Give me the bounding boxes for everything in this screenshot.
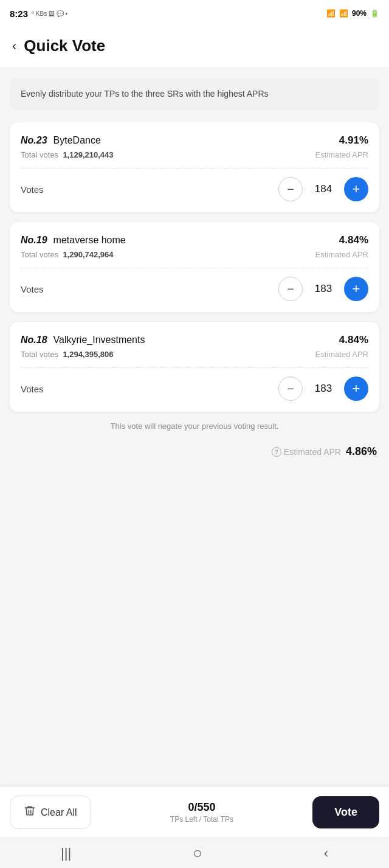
sr-votes-row-1: Votes − 184 + xyxy=(21,177,368,201)
sr-meta-1: Total votes 1,129,210,443 Estimated APR xyxy=(21,150,368,159)
votes-control-1: − 184 + xyxy=(278,177,368,201)
sr-card-2: No.19 metaverse home 4.84% Total votes 1… xyxy=(10,222,379,312)
sr-name-row-2: No.19 metaverse home xyxy=(21,235,126,246)
sr-total-votes-1: Total votes 1,129,210,443 xyxy=(21,150,114,159)
votes-control-2: − 183 + xyxy=(278,277,368,301)
nav-back-icon[interactable]: ‹ xyxy=(324,845,328,861)
sr-card-1-header: No.23 ByteDance 4.91% xyxy=(21,134,368,147)
plus-button-1[interactable]: + xyxy=(344,177,368,201)
plus-button-2[interactable]: + xyxy=(344,277,368,301)
sr-number-2: No.19 xyxy=(21,235,47,246)
status-time: 8:23 ⁰ KBs 🖼 💬 • xyxy=(10,9,67,19)
nav-menu-icon[interactable]: ||| xyxy=(61,845,71,861)
sr-card-1: No.23 ByteDance 4.91% Total votes 1,129,… xyxy=(10,122,379,212)
votes-label-3: Votes xyxy=(21,384,44,394)
back-button[interactable]: ‹ xyxy=(12,40,16,53)
sr-name-1: ByteDance xyxy=(53,135,101,146)
page-title: Quick Vote xyxy=(24,36,105,55)
nav-bar: ||| ○ ‹ xyxy=(0,838,389,868)
sr-total-votes-3: Total votes 1,294,395,806 xyxy=(21,350,114,359)
sr-apr-1: 4.91% xyxy=(339,134,368,147)
clear-all-button[interactable]: Clear All xyxy=(10,796,91,829)
total-votes-value-3: 1,294,395,806 xyxy=(63,350,113,359)
votes-label-1: Votes xyxy=(21,184,44,195)
time-text: 8:23 xyxy=(10,9,28,19)
clear-all-label: Clear All xyxy=(41,807,77,818)
total-votes-label-3: Total votes xyxy=(21,350,58,359)
sr-card-3: No.18 Valkyrie_Investments 4.84% Total v… xyxy=(10,322,379,412)
bottom-bar: Clear All 0/550 TPs Left / Total TPs Vot… xyxy=(0,786,389,838)
sr-meta-2: Total votes 1,290,742,964 Estimated APR xyxy=(21,250,368,259)
sr-card-2-header: No.19 metaverse home 4.84% xyxy=(21,234,368,246)
minus-button-1[interactable]: − xyxy=(278,177,303,201)
vote-count-3: 183 xyxy=(311,383,336,395)
votes-control-3: − 183 + xyxy=(278,377,368,401)
tps-info: 0/550 TPs Left / Total TPs xyxy=(98,801,306,824)
negate-notice: This vote will negate your previous voti… xyxy=(10,422,379,431)
sr-name-row-3: No.18 Valkyrie_Investments xyxy=(21,335,145,345)
sr-estimated-label-2: Estimated APR xyxy=(315,250,368,259)
info-box: Evenly distribute your TPs to the three … xyxy=(10,78,379,110)
estimated-total-value: 4.86% xyxy=(346,445,377,458)
plus-button-3[interactable]: + xyxy=(344,377,368,401)
sr-card-3-header: No.18 Valkyrie_Investments 4.84% xyxy=(21,334,368,346)
main-content: Evenly distribute your TPs to the three … xyxy=(0,68,389,592)
total-votes-label-2: Total votes xyxy=(21,250,58,259)
status-bar: 8:23 ⁰ KBs 🖼 💬 • 📶 📶 90% 🔋 xyxy=(0,0,389,27)
vote-count-2: 183 xyxy=(311,283,336,295)
sr-estimated-label-3: Estimated APR xyxy=(315,350,368,359)
sr-name-2: metaverse home xyxy=(53,235,126,246)
total-votes-label-1: Total votes xyxy=(21,150,58,159)
vote-button[interactable]: Vote xyxy=(312,796,379,828)
info-box-text: Evenly distribute your TPs to the three … xyxy=(21,89,269,99)
help-icon[interactable]: ? xyxy=(272,447,281,457)
sr-meta-3: Total votes 1,294,395,806 Estimated APR xyxy=(21,350,368,359)
wifi-icon: 📶 xyxy=(326,9,336,18)
total-votes-value-2: 1,290,742,964 xyxy=(63,250,113,259)
header: ‹ Quick Vote xyxy=(0,27,389,68)
tps-sub: TPs Left / Total TPs xyxy=(98,815,306,824)
sr-votes-row-3: Votes − 183 + xyxy=(21,377,368,401)
sr-number-3: No.18 xyxy=(21,335,47,345)
sr-divider-2 xyxy=(21,268,368,268)
estimated-total-row: ? Estimated APR 4.86% xyxy=(10,445,379,458)
signal-icon: 📶 xyxy=(339,9,348,18)
sr-name-3: Valkyrie_Investments xyxy=(53,335,145,345)
total-votes-value-1: 1,129,210,443 xyxy=(63,150,113,159)
nav-home-icon[interactable]: ○ xyxy=(193,844,202,863)
tps-fraction: 0/550 xyxy=(98,801,306,814)
battery-text: 90% xyxy=(352,9,367,18)
sr-total-votes-2: Total votes 1,290,742,964 xyxy=(21,250,114,259)
votes-label-2: Votes xyxy=(21,284,44,294)
vote-count-1: 184 xyxy=(311,183,336,195)
estimated-total-label: ? Estimated APR xyxy=(272,447,341,457)
sr-divider-1 xyxy=(21,168,368,168)
sr-number-1: No.23 xyxy=(21,135,47,146)
status-icons-left: ⁰ KBs 🖼 💬 • xyxy=(32,10,67,17)
status-right-icons: 📶 📶 90% 🔋 xyxy=(326,9,379,18)
sr-apr-3: 4.84% xyxy=(339,334,368,346)
sr-divider-3 xyxy=(21,367,368,368)
sr-votes-row-2: Votes − 183 + xyxy=(21,277,368,301)
minus-button-2[interactable]: − xyxy=(278,277,303,301)
minus-button-3[interactable]: − xyxy=(278,377,303,401)
sr-estimated-label-1: Estimated APR xyxy=(315,150,368,159)
sr-name-row-1: No.23 ByteDance xyxy=(21,135,101,146)
estimated-label-text: Estimated APR xyxy=(284,447,341,457)
battery-icon: 🔋 xyxy=(370,9,379,18)
sr-apr-2: 4.84% xyxy=(339,234,368,246)
clear-icon xyxy=(24,805,36,820)
